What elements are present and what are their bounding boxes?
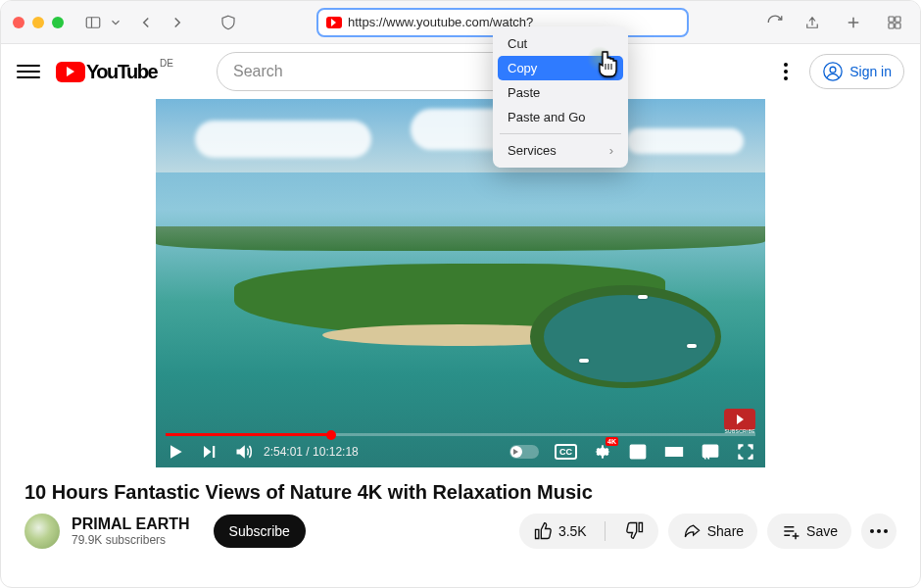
settings-menu-button[interactable] [776,55,796,88]
share-label: Share [707,523,744,539]
channel-watermark[interactable] [724,409,755,430]
miniplayer-button[interactable] [628,442,648,462]
autoplay-toggle[interactable] [509,445,539,459]
share-button[interactable]: Share [668,514,757,549]
cursor-pointer-icon [595,50,620,83]
subscriber-count: 79.9K subscribers [72,533,190,547]
browser-toolbar: https://www.youtube.com/watch? [1,1,920,44]
menu-button[interactable] [17,60,40,83]
subscribe-label: Subscribe [229,523,290,539]
like-button[interactable]: 3.5K [533,521,587,541]
new-tab-button[interactable] [840,11,867,34]
minimize-window-button[interactable] [32,17,44,28]
zoom-window-button[interactable] [52,17,64,28]
thumbs-up-icon [533,521,553,541]
video-title: 10 Hours Fantastic Views of Nature 4K wi… [24,481,920,504]
quality-badge: 4K [606,437,618,446]
youtube-logo[interactable]: YouTube DE [56,61,171,83]
svg-rect-4 [889,17,894,22]
ctx-services[interactable]: Services› [498,138,623,163]
close-window-button[interactable] [13,17,24,28]
ctx-paste-go-label: Paste and Go [508,110,586,124]
youtube-logo-icon [56,62,85,82]
settings-button[interactable]: 4K [593,442,612,462]
share-arrow-icon [682,521,702,541]
sign-in-button[interactable]: Sign in [809,54,904,89]
more-actions-button[interactable] [861,514,897,549]
svg-point-15 [830,67,836,73]
youtube-favicon-icon [326,17,342,28]
lagoon-shape [530,285,721,388]
chevron-right-icon: › [609,143,613,158]
landmass-shape [156,226,765,251]
save-button[interactable]: Save [767,514,851,549]
share-icon[interactable] [799,11,826,34]
video-meta-row: PRIMAL EARTH 79.9K subscribers Subscribe… [1,514,920,549]
search-input[interactable]: Search [217,52,497,91]
svg-rect-7 [896,23,900,27]
cloud-shape [626,128,744,154]
play-button[interactable] [166,442,185,462]
back-button[interactable] [132,11,160,34]
svg-rect-18 [666,448,683,456]
sign-in-label: Sign in [849,64,892,79]
boat-shape [687,344,697,348]
next-button[interactable] [201,443,218,461]
region-code: DE [160,58,173,69]
ctx-separator [500,133,621,134]
ctx-copy-label: Copy [508,61,537,75]
context-menu: Cut Copy Paste Paste and Go Services› [493,26,628,168]
boat-shape [579,359,589,363]
svg-rect-5 [896,17,900,22]
more-icon [870,529,888,533]
ctx-services-label: Services [508,143,557,158]
svg-rect-0 [86,17,100,27]
svg-rect-17 [638,452,644,457]
youtube-header: YouTube DE Search Sign in [1,44,920,99]
time-display: 2:54:01 / 10:12:18 [264,445,359,459]
forward-button[interactable] [164,11,191,34]
cc-label: CC [555,444,577,460]
reload-button[interactable] [761,11,789,34]
sidebar-toggle-icon[interactable] [79,11,107,34]
like-count: 3.5K [558,523,587,539]
cloud-shape [195,121,371,158]
dislike-button[interactable] [613,520,658,543]
ctx-paste-label: Paste [508,85,540,100]
like-separator [605,521,606,541]
svg-rect-6 [889,23,894,27]
shield-icon[interactable] [215,11,242,34]
tab-overview-icon[interactable] [881,11,908,34]
traffic-lights[interactable] [13,17,64,28]
thumbs-down-icon [625,520,645,540]
subscribe-button[interactable]: Subscribe [214,514,306,548]
theater-mode-button[interactable] [663,442,685,462]
search-placeholder: Search [233,63,283,80]
player-controls: 2:54:01 / 10:12:18 CC 4K [156,436,765,467]
ctx-paste[interactable]: Paste [498,80,623,105]
captions-button[interactable]: CC [555,444,577,460]
chevron-down-icon[interactable] [109,11,122,34]
video-player[interactable]: SUBSCRIBE 2:54:01 / 10:12:18 CC 4K [156,99,765,467]
ctx-paste-and-go[interactable]: Paste and Go [498,105,623,129]
channel-avatar[interactable] [24,514,60,549]
playlist-add-icon [781,521,800,541]
svg-point-14 [824,63,842,80]
ctx-cut-label: Cut [508,36,527,51]
like-dislike-group: 3.5K [519,514,658,549]
youtube-logo-text: YouTube [86,61,157,83]
cast-button[interactable] [701,442,720,462]
boat-shape [638,295,648,299]
save-label: Save [806,523,838,539]
user-icon [822,61,844,82]
volume-button[interactable] [234,442,254,462]
channel-name[interactable]: PRIMAL EARTH [72,515,190,533]
fullscreen-button[interactable] [736,442,755,462]
